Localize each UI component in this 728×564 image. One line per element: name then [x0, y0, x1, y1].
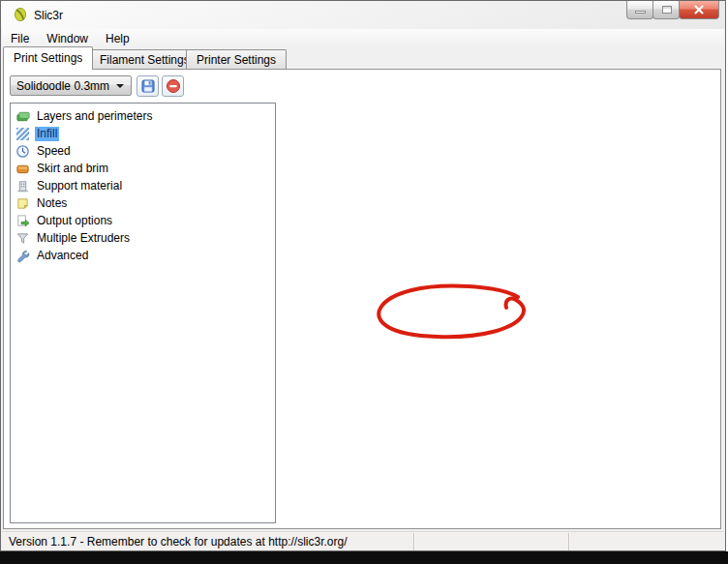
- screen-bottom-edge: [0, 551, 728, 564]
- print-settings-panel: Solidoodle 0.3mm: [3, 69, 721, 529]
- notes-icon: [15, 195, 30, 211]
- menu-window[interactable]: Window: [38, 30, 97, 47]
- tree-item-notes[interactable]: Notes: [11, 194, 275, 212]
- title-bar[interactable]: Slic3r: [1, 1, 725, 29]
- slic3r-app-icon: [13, 7, 28, 22]
- skirt-icon: [15, 161, 30, 176]
- tab-print-settings[interactable]: Print Settings: [3, 46, 93, 70]
- save-preset-button[interactable]: [136, 75, 159, 97]
- minimize-button[interactable]: [626, 1, 653, 19]
- tree-item-label: Support material: [35, 179, 124, 193]
- settings-tree: Layers and perimeters Infill Speed: [10, 103, 276, 523]
- save-icon: [140, 78, 156, 94]
- tree-item-layers-and-perimeters[interactable]: Layers and perimeters: [11, 107, 275, 125]
- tree-item-label: Skirt and brim: [35, 162, 110, 176]
- status-text: Version 1.1.7 - Remember to check for up…: [9, 535, 348, 549]
- support-icon: [15, 178, 30, 193]
- tree-item-output-options[interactable]: Output options: [11, 212, 275, 229]
- delete-icon: [166, 78, 181, 94]
- tree-item-speed[interactable]: Speed: [11, 142, 275, 160]
- tree-item-label: Speed: [35, 144, 73, 159]
- tree-item-label: Output options: [35, 214, 114, 228]
- output-icon: [15, 213, 30, 228]
- tree-item-support-material[interactable]: Support material: [11, 177, 275, 194]
- delete-preset-button[interactable]: [162, 75, 184, 97]
- infill-icon: [15, 126, 30, 141]
- close-button[interactable]: [679, 1, 719, 19]
- status-separator: [568, 533, 569, 550]
- tree-item-label: Infill: [35, 127, 59, 141]
- settings-tabstrip: Print Settings Filament Settings Printer…: [1, 46, 725, 69]
- slic3r-window: Slic3r File Window Help Print Settings F…: [0, 0, 728, 564]
- advanced-icon: [15, 248, 30, 263]
- tree-item-multiple-extruders[interactable]: Multiple Extruders: [11, 229, 275, 247]
- tree-item-skirt-and-brim[interactable]: Skirt and brim: [11, 160, 275, 177]
- window-title: Slic3r: [34, 9, 63, 22]
- window-controls: [627, 1, 719, 19]
- close-icon: [693, 4, 705, 15]
- tab-filament-settings[interactable]: Filament Settings: [89, 49, 200, 69]
- layers-icon: [15, 108, 30, 124]
- menu-help[interactable]: Help: [97, 30, 138, 47]
- menu-bar: File Window Help: [2, 29, 724, 47]
- speed-icon: [15, 143, 30, 159]
- tab-printer-settings[interactable]: Printer Settings: [186, 49, 287, 69]
- tree-item-advanced[interactable]: Advanced: [11, 247, 275, 264]
- menu-file[interactable]: File: [2, 30, 38, 47]
- maximize-button[interactable]: [652, 1, 680, 19]
- tree-item-label: Advanced: [35, 249, 90, 263]
- maximize-icon: [662, 6, 672, 14]
- window-frame: Slic3r File Window Help Print Settings F…: [0, 0, 726, 551]
- status-bar: Version 1.1.7 - Remember to check for up…: [2, 531, 724, 550]
- extruders-icon: [15, 230, 30, 246]
- minimize-icon: [635, 11, 646, 14]
- tree-item-infill[interactable]: Infill: [11, 125, 275, 142]
- preset-dropdown[interactable]: Solidoodle 0.3mm: [10, 75, 132, 96]
- tree-item-label: Notes: [35, 196, 69, 211]
- tree-item-label: Multiple Extruders: [35, 231, 132, 246]
- status-separator: [413, 533, 414, 550]
- tree-item-label: Layers and perimeters: [35, 109, 154, 124]
- preset-value: Solidoodle 0.3mm: [16, 79, 109, 93]
